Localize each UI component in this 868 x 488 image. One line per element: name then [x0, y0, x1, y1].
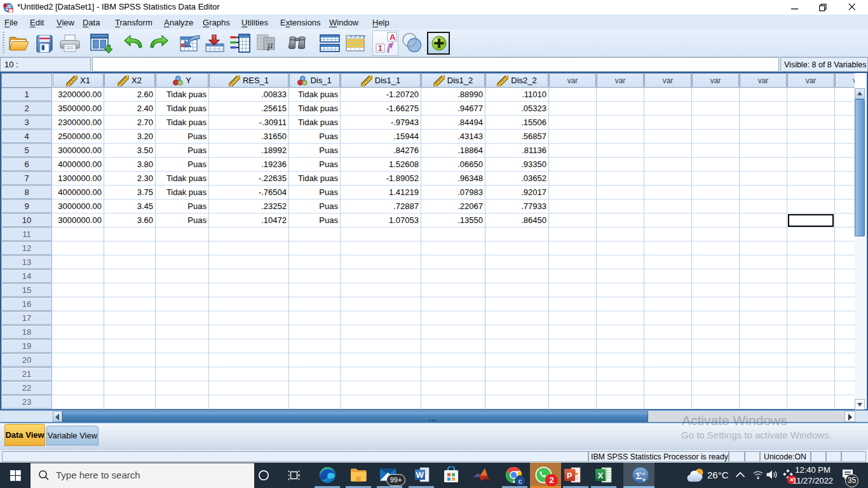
svg-text:A: A	[390, 32, 396, 42]
svg-text:1: 1	[378, 44, 383, 53]
svg-text:α: α	[642, 470, 646, 477]
svg-text:W: W	[416, 470, 424, 480]
svg-text:Σ: Σ	[636, 471, 642, 481]
svg-text:X: X	[598, 471, 604, 480]
svg-text:P: P	[567, 471, 572, 480]
svg-text:μ: μ	[267, 39, 273, 51]
